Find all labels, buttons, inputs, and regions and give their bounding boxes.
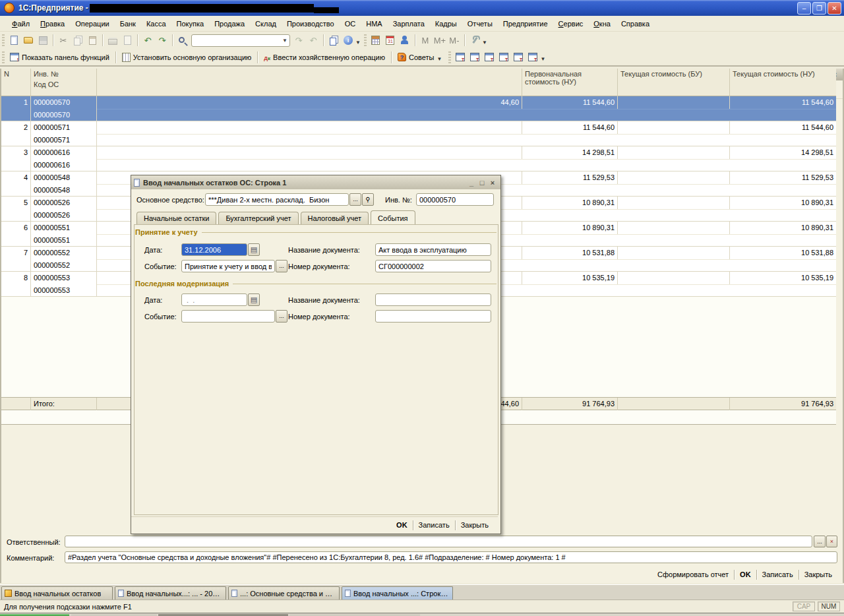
modern-doc-name-field[interactable]	[375, 293, 491, 306]
dialog-minimize-button[interactable]: _	[466, 179, 477, 187]
tab-налоговый-учет[interactable]: Налоговый учет	[301, 212, 369, 224]
accept-event-field[interactable]	[181, 260, 275, 272]
accept-event-select-button[interactable]: ...	[276, 260, 287, 272]
report-people2-icon[interactable]: Т	[497, 50, 511, 65]
cut-icon[interactable]: ✂	[56, 33, 71, 47]
tab-события[interactable]: События	[371, 210, 415, 224]
col-header-inv[interactable]: Инв. №Код ОС	[31, 69, 97, 96]
calendar-icon[interactable]: 31	[383, 33, 398, 47]
reports-dropdown-icon[interactable]: ▼	[540, 56, 545, 62]
responsible-select-button[interactable]: ...	[814, 536, 826, 547]
tab-бухгалтерский-учет[interactable]: Бухгалтерский учет	[218, 212, 298, 224]
menu-item-8[interactable]: Производство	[282, 18, 340, 30]
open-icon[interactable]	[21, 33, 36, 47]
accept-date-field[interactable]	[181, 243, 247, 256]
service-settings-icon[interactable]	[467, 33, 482, 47]
menu-item-1[interactable]: Правка	[35, 18, 70, 30]
redo-icon[interactable]: ↷	[155, 33, 169, 47]
asset-search-icon[interactable]: ⚲	[362, 193, 374, 206]
find-icon[interactable]	[175, 33, 190, 47]
print-icon[interactable]	[106, 33, 120, 47]
menu-item-6[interactable]: Продажа	[209, 18, 250, 30]
col-header-n[interactable]: N	[1, 69, 31, 96]
modern-date-calendar-button[interactable]	[248, 293, 260, 306]
m-plus-button[interactable]: M+	[433, 33, 447, 47]
menu-item-2[interactable]: Операции	[70, 18, 114, 30]
copy-icon[interactable]	[71, 33, 85, 47]
asset-field[interactable]	[205, 193, 349, 206]
toolbar-gripper[interactable]	[2, 34, 5, 46]
close-button[interactable]: ✕	[828, 2, 841, 15]
report-t-icon[interactable]: Т	[467, 50, 482, 65]
modern-date-field[interactable]	[181, 293, 247, 306]
tab-начальные-остатки[interactable]: Начальные остатки	[136, 212, 216, 224]
report-transfer-icon[interactable]: Т	[526, 50, 540, 65]
toolbar-button-2[interactable]: ДкВвести хозяйственную операцию	[260, 52, 388, 63]
modern-event-select-button[interactable]: ...	[276, 310, 287, 323]
window-tab-0[interactable]: Ввод начальных остатков	[1, 586, 113, 600]
dialog-button-записать[interactable]: Записать	[413, 519, 455, 531]
dialog-close-button[interactable]: ×	[487, 179, 498, 187]
search-input[interactable]: ▼	[191, 34, 290, 47]
form-button-сформировать-отчет[interactable]: Сформировать отчет	[652, 569, 734, 580]
comment-field[interactable]	[65, 551, 837, 563]
toolbar-button-1[interactable]: Установить основную организацию	[119, 51, 255, 63]
find-next-icon[interactable]: ↷	[291, 33, 306, 47]
col-header-hidden[interactable]	[97, 69, 522, 96]
table-row[interactable]: 200000057111 544,6011 544,60000000571	[1, 121, 836, 146]
report-people-icon[interactable]: Т	[482, 50, 497, 65]
toolbar-button-0[interactable]: !Показать панель функций	[7, 51, 113, 63]
menu-item-13[interactable]: Отчеты	[462, 18, 498, 30]
new-document-icon[interactable]	[7, 33, 21, 47]
responsible-field[interactable]	[65, 536, 812, 547]
users-icon[interactable]	[398, 33, 412, 47]
m-button[interactable]: M	[418, 33, 433, 47]
form-button-записать[interactable]: Записать	[757, 569, 799, 580]
toolbar-button-3[interactable]: ?Советы▼	[394, 51, 446, 63]
form-button-закрыть[interactable]: Закрыть	[799, 569, 837, 580]
menu-item-17[interactable]: Справка	[616, 18, 655, 30]
window-copy-icon[interactable]	[326, 33, 341, 47]
responsible-clear-button[interactable]: ×	[826, 536, 837, 547]
menu-item-4[interactable]: Касса	[141, 18, 171, 30]
menu-item-16[interactable]: Окна	[588, 18, 616, 30]
menu-item-14[interactable]: Предприятие	[498, 18, 553, 30]
menu-item-15[interactable]: Сервис	[553, 18, 589, 30]
menu-item-9[interactable]: ОС	[340, 18, 361, 30]
menu-item-11[interactable]: Зарплата	[388, 18, 430, 30]
calculator-icon[interactable]	[369, 33, 383, 47]
accept-doc-name-field[interactable]	[375, 243, 491, 256]
info-dropdown-icon[interactable]: ▼	[355, 40, 361, 46]
form-button-ok[interactable]: OK	[735, 569, 756, 580]
dialog-maximize-button[interactable]: □	[477, 179, 487, 187]
accept-doc-num-field[interactable]	[375, 260, 491, 272]
window-tab-2[interactable]: ...: Основные средства и до...	[228, 586, 340, 600]
menu-item-3[interactable]: Банк	[115, 18, 141, 30]
print-preview-icon[interactable]	[120, 33, 135, 47]
dialog-button-ok[interactable]: OK	[391, 519, 413, 531]
menu-item-10[interactable]: НМА	[361, 18, 387, 30]
accept-date-calendar-button[interactable]	[248, 243, 260, 256]
minimize-button[interactable]: –	[797, 2, 811, 15]
window-tab-3[interactable]: Ввод начальных ...: Строка 1	[342, 586, 453, 600]
table-row[interactable]: 100000057044,6011 544,6011 544,600000005…	[1, 96, 836, 121]
col-header-current-nu[interactable]: Текущая стоимость (НУ)	[730, 69, 836, 96]
save-icon[interactable]	[36, 33, 50, 47]
col-header-initial-nu[interactable]: Первоначальнаястоимость (НУ)	[522, 69, 618, 96]
window-tab-1[interactable]: Ввод начальных...: ... - 2010 г.	[115, 586, 226, 600]
asset-select-button[interactable]: ...	[349, 193, 361, 206]
menu-item-0[interactable]: Файл	[7, 18, 35, 30]
paste-icon[interactable]	[85, 33, 100, 47]
m-minus-button[interactable]: M-	[447, 33, 462, 47]
report-doc-icon[interactable]: Т	[511, 50, 526, 65]
menu-item-12[interactable]: Кадры	[430, 18, 462, 30]
dialog-inv-field[interactable]	[416, 193, 494, 206]
report-sum-icon[interactable]: Т	[453, 50, 467, 65]
maximize-button[interactable]: ❐	[812, 2, 826, 15]
advice-dropdown-icon[interactable]: ▼	[437, 56, 442, 62]
settings-dropdown-icon[interactable]: ▼	[482, 40, 487, 46]
menu-item-7[interactable]: Склад	[250, 18, 282, 30]
menu-item-5[interactable]: Покупка	[171, 18, 210, 30]
search-dropdown-icon[interactable]: ▼	[282, 38, 289, 44]
table-row[interactable]: 300000061614 298,5114 298,51000000616	[1, 146, 836, 171]
